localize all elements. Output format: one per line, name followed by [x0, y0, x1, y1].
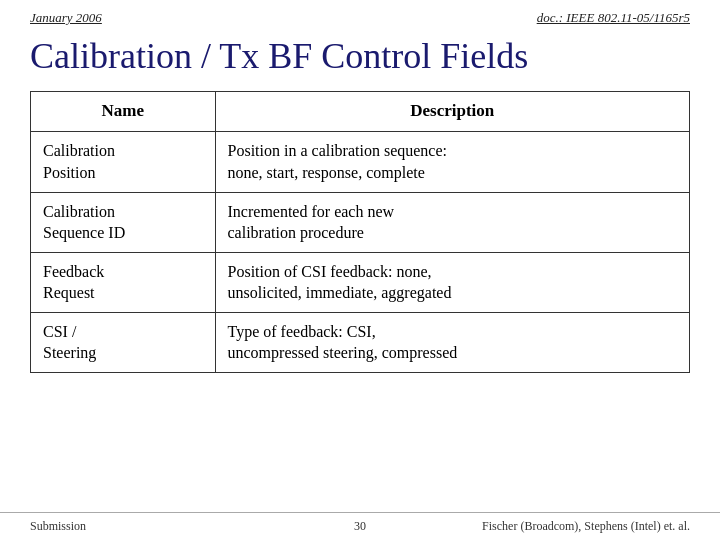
slide-page: January 2006 doc.: IEEE 802.11-05/1165r5… — [0, 0, 720, 540]
table-row: CalibrationSequence IDIncremented for ea… — [31, 192, 690, 252]
footer-left: Submission — [30, 519, 86, 534]
header-date: January 2006 — [30, 10, 102, 26]
table-container: Name Description CalibrationPositionPosi… — [0, 91, 720, 373]
table-header-row: Name Description — [31, 92, 690, 132]
cell-description-1: Incremented for each newcalibration proc… — [215, 192, 689, 252]
cell-name-1: CalibrationSequence ID — [31, 192, 216, 252]
slide-footer: Submission 30 Fischer (Broadcom), Stephe… — [0, 512, 720, 540]
cell-description-2: Position of CSI feedback: none,unsolicit… — [215, 252, 689, 312]
footer-center: 30 — [354, 519, 366, 534]
cell-description-0: Position in a calibration sequence:none,… — [215, 132, 689, 192]
slide-header: January 2006 doc.: IEEE 802.11-05/1165r5 — [0, 0, 720, 30]
table-row: CalibrationPositionPosition in a calibra… — [31, 132, 690, 192]
cell-name-3: CSI /Steering — [31, 312, 216, 372]
page-title: Calibration / Tx BF Control Fields — [0, 30, 720, 91]
col-header-name: Name — [31, 92, 216, 132]
table-row: CSI /SteeringType of feedback: CSI,uncom… — [31, 312, 690, 372]
cell-name-2: FeedbackRequest — [31, 252, 216, 312]
table-row: FeedbackRequestPosition of CSI feedback:… — [31, 252, 690, 312]
cell-name-0: CalibrationPosition — [31, 132, 216, 192]
fields-table: Name Description CalibrationPositionPosi… — [30, 91, 690, 373]
cell-description-3: Type of feedback: CSI,uncompressed steer… — [215, 312, 689, 372]
header-doc: doc.: IEEE 802.11-05/1165r5 — [537, 10, 690, 26]
footer-right: Fischer (Broadcom), Stephens (Intel) et.… — [482, 519, 690, 534]
col-header-description: Description — [215, 92, 689, 132]
